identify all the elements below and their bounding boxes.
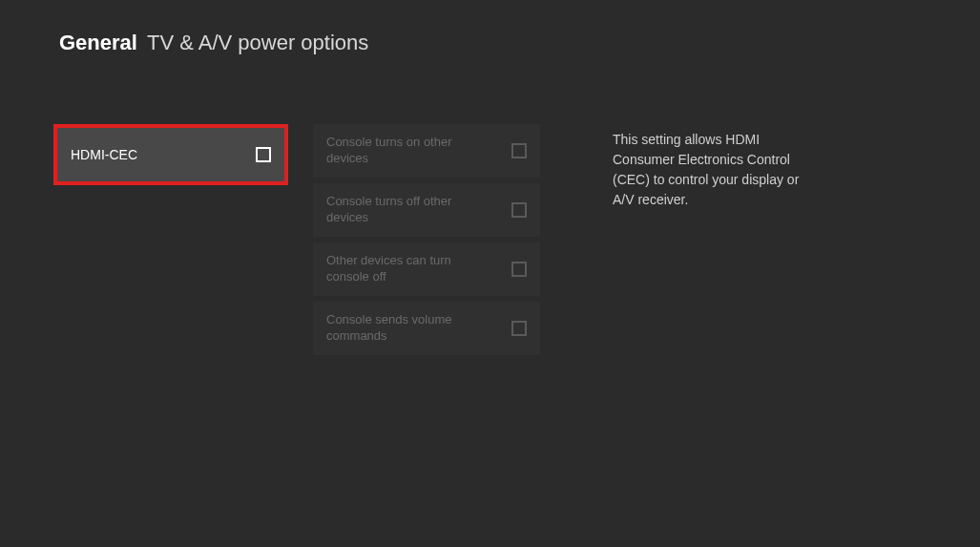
secondary-options-column: Console turns on other devices Console t…: [313, 124, 540, 355]
console-turns-off-other-devices-option[interactable]: Console turns off other devices: [313, 183, 540, 237]
option-label: Other devices can turn console off: [326, 253, 479, 285]
console-turns-on-other-devices-option[interactable]: Console turns on other devices: [313, 124, 540, 178]
header-page-title: TV & A/V power options: [147, 31, 368, 55]
option-checkbox[interactable]: [511, 321, 527, 336]
console-sends-volume-commands-option[interactable]: Console sends volume commands: [313, 302, 540, 355]
option-checkbox[interactable]: [511, 143, 527, 158]
option-label: Console sends volume commands: [326, 312, 479, 345]
option-label: Console turns off other devices: [326, 194, 479, 226]
option-label: Console turns on other devices: [326, 135, 479, 167]
page-header: General TV & A/V power options: [0, 0, 980, 55]
option-description: This setting allows HDMI Consumer Electr…: [613, 130, 823, 210]
description-panel: This setting allows HDMI Consumer Electr…: [565, 124, 823, 355]
content-area: HDMI-CEC Console turns on other devices …: [0, 55, 980, 355]
option-checkbox[interactable]: [511, 262, 527, 277]
header-section: General: [59, 31, 137, 55]
hdmi-cec-option[interactable]: HDMI-CEC: [53, 124, 288, 185]
other-devices-can-turn-console-off-option[interactable]: Other devices can turn console off: [313, 242, 540, 296]
hdmi-cec-checkbox[interactable]: [256, 147, 271, 162]
hdmi-cec-label: HDMI-CEC: [71, 147, 137, 162]
option-checkbox[interactable]: [511, 202, 527, 218]
primary-options-column: HDMI-CEC: [53, 124, 288, 355]
